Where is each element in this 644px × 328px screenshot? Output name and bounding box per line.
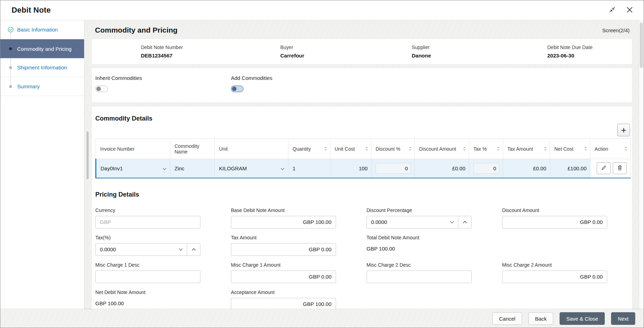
- stepper-up-button[interactable]: [187, 244, 200, 255]
- total-amount-field-group: Total Debit Note Amount GBP 100.00: [366, 235, 472, 256]
- commodity-card: Commodity Details + Invoice Number Commo…: [91, 106, 632, 309]
- sort-icon[interactable]: [544, 146, 547, 151]
- window-controls: [608, 6, 633, 15]
- quantity-cell[interactable]: 1: [288, 159, 330, 178]
- trash-icon: [617, 165, 622, 172]
- misc-charge-2-desc-input[interactable]: [366, 271, 472, 283]
- vertical-scrollbar-thumb[interactable]: [640, 22, 643, 68]
- currency-input[interactable]: [95, 216, 200, 228]
- field-label: Net Debit Note Amount: [95, 289, 200, 295]
- save-and-close-button[interactable]: Save & Close: [560, 312, 605, 325]
- close-button[interactable]: [626, 6, 633, 14]
- inherit-commodities-toggle[interactable]: [95, 86, 108, 92]
- add-commodities-group: Add Commodities: [231, 75, 336, 102]
- step-summary[interactable]: Summary: [0, 77, 84, 96]
- inherit-commodities-group: Inherit Commodities: [95, 75, 200, 102]
- tax-percent-combobox[interactable]: 0.0000: [95, 243, 200, 256]
- discount-percentage-field-group: Discount Percentage 0.0000: [366, 207, 472, 228]
- edit-row-button[interactable]: [597, 162, 611, 174]
- back-button[interactable]: Back: [528, 312, 553, 325]
- stepper-up-button[interactable]: [458, 216, 471, 228]
- combo-value: 0.0000: [96, 246, 175, 252]
- discount-amount-input[interactable]: [502, 216, 607, 228]
- field-label: Misc Charge 2 Amount: [502, 262, 607, 268]
- table-header-row: Invoice Number Commodity Name Unit Quant…: [96, 139, 631, 159]
- toggle-label: Inherit Commodities: [95, 75, 200, 81]
- window-title: Debit Note: [12, 6, 51, 15]
- field-label: Tax Amount: [231, 235, 336, 240]
- unit-select[interactable]: KILOGRAM: [215, 159, 288, 178]
- chevron-up-icon: [463, 219, 467, 225]
- commodity-details-title: Commodity Details: [95, 115, 631, 122]
- misc-charge-2-amount-input[interactable]: [502, 271, 607, 283]
- column-header-commodity-name: Commodity Name: [170, 139, 215, 159]
- chevron-down-icon: [163, 165, 166, 171]
- net-debit-note-amount-value: GBP 100.00: [95, 300, 200, 306]
- invoice-number-select[interactable]: Day0Inv1: [96, 159, 170, 178]
- field-label: Tax(%): [95, 235, 200, 240]
- summary-field-buyer: Buyer Carrefour: [280, 45, 412, 59]
- content-scrollbar-thumb[interactable]: [87, 131, 89, 179]
- tax-percent-input-cell: 0: [469, 159, 503, 178]
- summary-field-debit-note-number: Debit Note Number DEB1234567: [141, 45, 280, 59]
- commodity-table-row: Day0Inv1 Zinc KILOGRAM 1 100 0: [96, 159, 631, 178]
- discount-percent-input[interactable]: 0: [376, 163, 411, 174]
- cancel-button[interactable]: Cancel: [492, 312, 522, 325]
- tax-amount-input[interactable]: [231, 243, 336, 256]
- summary-strip: Debit Note Number DEB1234567 Buyer Carre…: [91, 39, 632, 64]
- step-basic-information[interactable]: Basic Information: [0, 20, 84, 39]
- wizard-steps: Basic Information Commodity and Pricing …: [0, 20, 84, 96]
- sort-icon[interactable]: [324, 146, 327, 151]
- discount-percent-input-cell: 0: [371, 159, 415, 178]
- column-header-tax-amount: Tax Amount: [503, 139, 550, 159]
- discount-percentage-combobox[interactable]: 0.0000: [366, 216, 472, 228]
- step-dot-icon: [7, 85, 14, 88]
- field-label: Debit Note Number: [141, 45, 280, 50]
- pricing-details-title: Pricing Details: [95, 191, 631, 198]
- sort-icon[interactable]: [584, 146, 587, 151]
- base-debit-note-amount-input[interactable]: [231, 216, 336, 228]
- sort-icon[interactable]: [365, 146, 368, 151]
- page-title: Commodity and Pricing: [95, 26, 178, 34]
- sort-icon[interactable]: [624, 146, 628, 151]
- delete-row-button[interactable]: [613, 162, 627, 174]
- restore-window-button[interactable]: [608, 6, 616, 15]
- chevron-down-icon[interactable]: [446, 221, 458, 224]
- tax-percent-input[interactable]: 0: [473, 163, 499, 174]
- wizard-sidebar: Basic Information Commodity and Pricing …: [0, 20, 84, 309]
- chevron-down-icon[interactable]: [175, 248, 187, 251]
- add-commodity-button[interactable]: +: [617, 124, 630, 136]
- misc-charge-1-amount-input[interactable]: [231, 271, 336, 283]
- toggles-card: Inherit Commodities Add Commodities: [91, 68, 632, 103]
- step-commodity-and-pricing[interactable]: Commodity and Pricing: [0, 39, 84, 58]
- acceptance-amount-input[interactable]: [231, 298, 336, 310]
- unit-cost-cell[interactable]: 100: [330, 159, 371, 178]
- section-header: Commodity and Pricing Screen(2/4): [91, 20, 632, 39]
- sort-icon[interactable]: [497, 146, 500, 151]
- field-label: Base Debit Note Amount: [231, 207, 336, 213]
- step-label: Commodity and Pricing: [17, 46, 71, 52]
- field-label: Debit Note Due Date: [547, 45, 632, 50]
- net-amount-field-group: Net Debit Note Amount GBP 100.00: [95, 289, 200, 310]
- row-actions-cell: [590, 159, 631, 178]
- field-value: Danone: [412, 53, 547, 59]
- add-commodities-toggle[interactable]: [231, 86, 244, 92]
- footer-action-bar: Cancel Back Save & Close Next: [0, 309, 644, 328]
- column-header-unit-cost: Unit Cost: [330, 139, 371, 159]
- field-label: Discount Percentage: [366, 207, 472, 213]
- next-button[interactable]: Next: [611, 312, 635, 325]
- check-circle-icon: [7, 27, 14, 33]
- combo-value: 0.0000: [367, 219, 446, 225]
- spacer-cell: [502, 289, 607, 310]
- sort-icon[interactable]: [409, 146, 412, 151]
- main-content: Commodity and Pricing Screen(2/4) Debit …: [84, 20, 639, 309]
- toggle-label: Add Commodities: [231, 75, 336, 81]
- step-shipment-information[interactable]: Shipment Information: [0, 58, 84, 77]
- spacer-cell: [366, 289, 472, 310]
- tax-percent-field-group: Tax(%) 0.0000: [95, 235, 200, 256]
- misc-charge-2-desc-group: Misc Charge 2 Desc: [366, 262, 472, 283]
- field-label: Buyer: [280, 45, 412, 50]
- misc-charge-1-desc-input[interactable]: [95, 271, 200, 283]
- sort-icon[interactable]: [463, 146, 466, 151]
- vertical-scrollbar-track[interactable]: [639, 20, 644, 309]
